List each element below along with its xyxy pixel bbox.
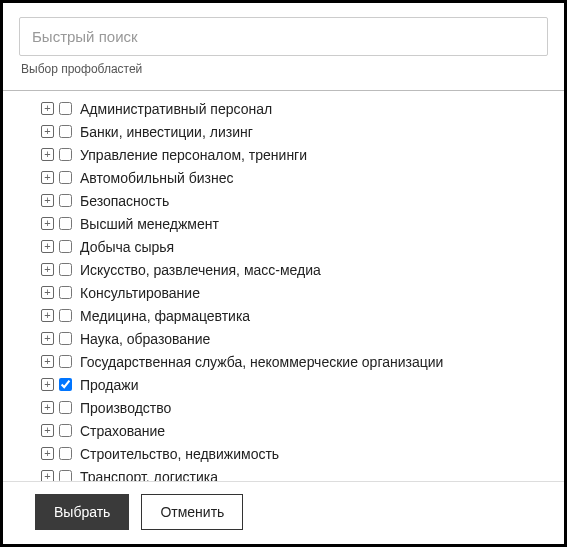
category-label[interactable]: Медицина, фармацевтика [80, 308, 250, 324]
category-label[interactable]: Банки, инвестиции, лизинг [80, 124, 253, 140]
expand-icon[interactable]: + [41, 309, 54, 322]
list-item: +Наука, образование [41, 327, 564, 350]
expand-icon[interactable]: + [41, 217, 54, 230]
select-button[interactable]: Выбрать [35, 494, 129, 530]
category-picker-modal: Выбор профобластей +Административный пер… [0, 0, 567, 547]
category-checkbox[interactable] [59, 424, 72, 437]
category-checkbox[interactable] [59, 171, 72, 184]
expand-icon[interactable]: + [41, 263, 54, 276]
category-label[interactable]: Добыча сырья [80, 239, 174, 255]
expand-icon[interactable]: + [41, 240, 54, 253]
list-item: +Управление персоналом, тренинги [41, 143, 564, 166]
expand-icon[interactable]: + [41, 332, 54, 345]
category-checkbox[interactable] [59, 102, 72, 115]
list-item: +Безопасность [41, 189, 564, 212]
category-checkbox[interactable] [59, 240, 72, 253]
expand-icon[interactable]: + [41, 125, 54, 138]
category-checkbox[interactable] [59, 378, 72, 391]
category-label[interactable]: Наука, образование [80, 331, 210, 347]
category-label[interactable]: Автомобильный бизнес [80, 170, 234, 186]
category-checkbox[interactable] [59, 194, 72, 207]
modal-header: Выбор профобластей [3, 3, 564, 84]
cancel-button[interactable]: Отменить [141, 494, 243, 530]
list-item: +Высший менеджмент [41, 212, 564, 235]
expand-icon[interactable]: + [41, 286, 54, 299]
category-checkbox[interactable] [59, 401, 72, 414]
search-input[interactable] [19, 17, 548, 56]
category-checkbox[interactable] [59, 125, 72, 138]
category-label[interactable]: Транспорт, логистика [80, 469, 218, 482]
expand-icon[interactable]: + [41, 194, 54, 207]
category-checkbox[interactable] [59, 470, 72, 481]
expand-icon[interactable]: + [41, 171, 54, 184]
expand-icon[interactable]: + [41, 401, 54, 414]
category-label[interactable]: Производство [80, 400, 171, 416]
category-label[interactable]: Строительство, недвижимость [80, 446, 279, 462]
list-item: +Добыча сырья [41, 235, 564, 258]
category-label[interactable]: Страхование [80, 423, 165, 439]
list-item: +Транспорт, логистика [41, 465, 564, 481]
expand-icon[interactable]: + [41, 424, 54, 437]
category-label[interactable]: Государственная служба, некоммерческие о… [80, 354, 443, 370]
category-checkbox[interactable] [59, 148, 72, 161]
list-item: +Строительство, недвижимость [41, 442, 564, 465]
category-label[interactable]: Административный персонал [80, 101, 272, 117]
list-item: +Административный персонал [41, 97, 564, 120]
list-item: +Искусство, развлечения, масс-медиа [41, 258, 564, 281]
category-checkbox[interactable] [59, 217, 72, 230]
expand-icon[interactable]: + [41, 355, 54, 368]
category-checkbox[interactable] [59, 355, 72, 368]
category-label[interactable]: Продажи [80, 377, 138, 393]
category-label[interactable]: Искусство, развлечения, масс-медиа [80, 262, 321, 278]
expand-icon[interactable]: + [41, 148, 54, 161]
category-checkbox[interactable] [59, 447, 72, 460]
list-item: +Производство [41, 396, 564, 419]
list-item: +Медицина, фармацевтика [41, 304, 564, 327]
subtitle: Выбор профобластей [19, 62, 548, 76]
category-label[interactable]: Высший менеджмент [80, 216, 219, 232]
expand-icon[interactable]: + [41, 447, 54, 460]
list-item: +Страхование [41, 419, 564, 442]
category-checkbox[interactable] [59, 309, 72, 322]
expand-icon[interactable]: + [41, 378, 54, 391]
category-list[interactable]: +Административный персонал+Банки, инвест… [3, 91, 564, 481]
list-item: +Консультирование [41, 281, 564, 304]
category-checkbox[interactable] [59, 263, 72, 276]
list-item: +Государственная служба, некоммерческие … [41, 350, 564, 373]
category-label[interactable]: Безопасность [80, 193, 169, 209]
list-item: +Банки, инвестиции, лизинг [41, 120, 564, 143]
category-label[interactable]: Управление персоналом, тренинги [80, 147, 307, 163]
category-checkbox[interactable] [59, 332, 72, 345]
category-label[interactable]: Консультирование [80, 285, 200, 301]
list-item: +Продажи [41, 373, 564, 396]
modal-footer: Выбрать Отменить [3, 481, 564, 544]
expand-icon[interactable]: + [41, 102, 54, 115]
list-item: +Автомобильный бизнес [41, 166, 564, 189]
category-checkbox[interactable] [59, 286, 72, 299]
expand-icon[interactable]: + [41, 470, 54, 481]
